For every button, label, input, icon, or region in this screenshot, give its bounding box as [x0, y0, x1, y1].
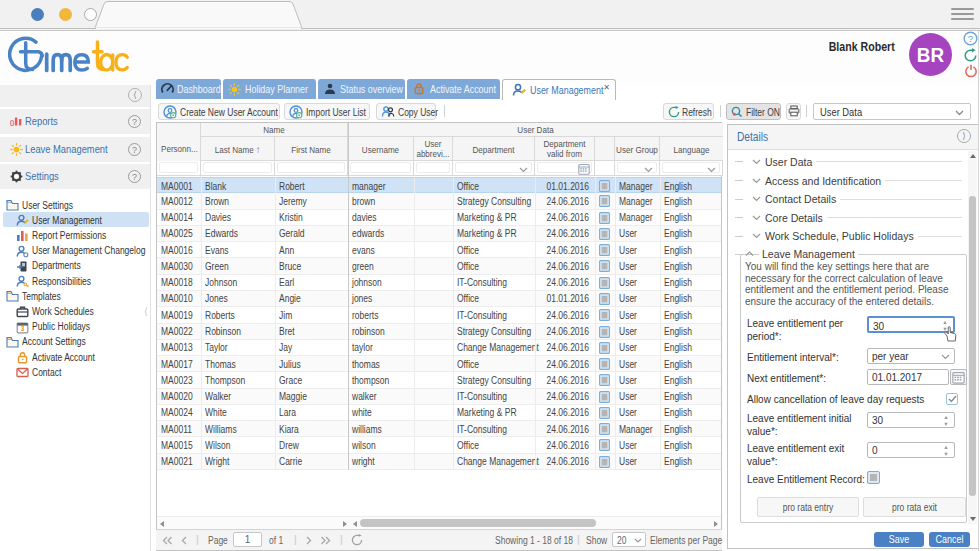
svg-text:3: 3 [21, 325, 25, 332]
svg-text:?: ? [968, 33, 973, 44]
